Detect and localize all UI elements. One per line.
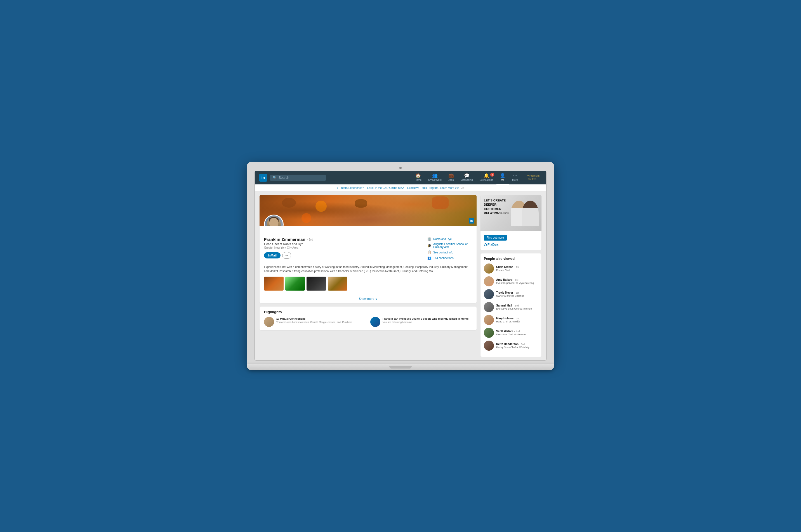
person-title-3: Executive Sous Chef at Telendo xyxy=(496,307,538,310)
nav-messaging-label: Messaging xyxy=(461,178,473,181)
school-item: 🎓 Auguste Escoffier School of Culinary A… xyxy=(427,243,472,249)
nav-home-label: Home xyxy=(415,178,421,181)
ad-cta-button[interactable]: Find out more xyxy=(484,235,507,241)
person-name-0: Chris Owens · 1st xyxy=(496,265,538,268)
messaging-icon: 💬 xyxy=(464,173,470,178)
fixdex-logo: ⬡ FixDex xyxy=(484,243,538,247)
person-info-4: Mary Holmes · 2nd Head Chef at Antelith xyxy=(496,317,538,323)
person-item-3[interactable]: Samuel Hall · 2nd Executive Sous Chef at… xyxy=(484,302,538,312)
nav-more[interactable]: ⋯ More xyxy=(509,171,521,185)
person-item-6[interactable]: Keith Henderson · 3rd Pastry Sous Chef a… xyxy=(484,341,538,351)
photo-4[interactable] xyxy=(328,277,347,290)
profile-location: Greater New York City Area xyxy=(264,246,424,249)
photo-3[interactable] xyxy=(307,277,326,290)
search-bar[interactable]: 🔍 xyxy=(270,175,326,181)
connection-degree: · 3rd xyxy=(307,238,313,241)
person-item-4[interactable]: Mary Holmes · 2nd Head Chef at Antelith xyxy=(484,315,538,325)
ad-person-2 xyxy=(522,201,539,226)
photo-2[interactable] xyxy=(285,277,305,290)
profile-card: in Franklin Zimmerman · 3rd Head Chef at… xyxy=(259,195,477,303)
also-viewed-title: People also viewed xyxy=(484,257,538,261)
person-item-2[interactable]: Travis Meyer · 1st Owner at Meyer Cateri… xyxy=(484,289,538,299)
photo-1[interactable] xyxy=(264,277,284,290)
person-title-4: Head Chef at Antelith xyxy=(496,320,538,323)
highlight-text-2: Franklin can introduce you to 5 people w… xyxy=(383,317,469,324)
fixdex-name: FixDex xyxy=(488,243,498,247)
nav-notifications[interactable]: 🔔 2 Notifications xyxy=(476,171,496,185)
laptop-base xyxy=(247,364,554,370)
person-item-1[interactable]: Amy Ballard · 1st Event Supervisor at Vi… xyxy=(484,276,538,286)
home-icon: 🏠 xyxy=(415,173,421,178)
food-decor-2 xyxy=(315,201,327,212)
more-icon: ⋯ xyxy=(513,173,517,178)
food-decor-4 xyxy=(302,213,311,223)
connections-item[interactable]: 👥 143 connections xyxy=(427,256,472,260)
notifications-icon: 🔔 xyxy=(484,173,489,178)
premium-sub: for free xyxy=(528,178,536,181)
ad-people xyxy=(480,195,542,231)
nav-more-label: More xyxy=(512,178,518,181)
highlight-sub-1: You and Jess both know Julie Carroll, Ma… xyxy=(276,321,352,324)
right-sidebar: LET'S CREATE DEEPER CUSTOMER RELATIONSHI… xyxy=(480,195,542,357)
avatar-body xyxy=(267,216,281,226)
person-title-5: Executive Chef at Mintome xyxy=(496,333,538,336)
premium-label: Try Premium xyxy=(525,174,540,178)
person-avatar-6 xyxy=(484,341,494,351)
try-premium-button[interactable]: Try Premium for free xyxy=(523,174,542,181)
linkedin-logo[interactable]: in xyxy=(259,174,267,182)
profile-info: Franklin Zimmerman · 3rd Head Chef at Ro… xyxy=(259,226,477,265)
school-name[interactable]: Auguste Escoffier School of Culinary Art… xyxy=(433,243,472,249)
nav-home[interactable]: 🏠 Home xyxy=(412,171,425,185)
person-title-2: Owner at Meyer Catering xyxy=(496,294,538,297)
contact-link[interactable]: See contact info xyxy=(433,251,453,254)
highlight-mutual: 17 Mutual Connections You and Jess both … xyxy=(264,317,366,327)
highlight-avatar-1 xyxy=(264,317,274,327)
connections-icon: 👥 xyxy=(427,256,432,260)
highlights-card: Highlights 17 Mutual Connections You and… xyxy=(259,306,477,330)
company-icon: 🏢 xyxy=(427,237,432,241)
main-content: in Franklin Zimmerman · 3rd Head Chef at… xyxy=(255,191,546,360)
search-input[interactable] xyxy=(278,176,323,180)
profile-left: Franklin Zimmerman · 3rd Head Chef at Ro… xyxy=(264,237,424,262)
connections-count[interactable]: 143 connections xyxy=(433,256,454,260)
camera xyxy=(399,167,402,169)
profile-title: Head Chef at Roots and Rye xyxy=(264,242,424,246)
ad-card: LET'S CREATE DEEPER CUSTOMER RELATIONSHI… xyxy=(480,195,542,250)
inmail-button[interactable]: InMail xyxy=(264,252,280,259)
nav-messaging[interactable]: 💬 Messaging xyxy=(457,171,476,185)
person-name-4: Mary Holmes · 2nd xyxy=(496,317,538,320)
me-icon: 👤 xyxy=(500,173,505,178)
person-item-5[interactable]: Scott Walker · 2nd Executive Chef at Min… xyxy=(484,328,538,338)
ad-label: Ad xyxy=(461,187,464,189)
nav-notifications-label: Notifications xyxy=(479,178,493,181)
nav-items: 🏠 Home 👥 My Network 💼 Jobs 💬 Messaging xyxy=(412,171,521,185)
jobs-icon: 💼 xyxy=(448,173,454,178)
notification-badge: 2 xyxy=(490,173,494,176)
profile-summary: Experienced Chef with a demonstrated his… xyxy=(259,265,477,277)
highlights-items: 17 Mutual Connections You and Jess both … xyxy=(264,317,472,327)
highlight-text-1: 17 Mutual Connections You and Jess both … xyxy=(276,317,352,324)
person-info-3: Samuel Hall · 2nd Executive Sous Chef at… xyxy=(496,304,538,310)
search-icon: 🔍 xyxy=(273,176,277,180)
highlights-title: Highlights xyxy=(264,310,472,314)
profile-photos xyxy=(259,277,477,294)
show-more-button[interactable]: Show more ∨ xyxy=(259,294,477,303)
company-name[interactable]: Roots and Rye xyxy=(433,238,452,241)
profile-cover: in xyxy=(259,195,477,226)
food-decor-5 xyxy=(354,199,367,208)
nav-jobs[interactable]: 💼 Jobs xyxy=(445,171,457,185)
person-title-6: Pastry Sous Chef at Whistlety xyxy=(496,346,538,349)
nav-me[interactable]: 👤 Me xyxy=(496,171,509,185)
network-icon: 👥 xyxy=(432,173,438,178)
person-name-3: Samuel Hall · 2nd xyxy=(496,304,538,307)
nav-network-label: My Network xyxy=(428,178,442,181)
contact-item[interactable]: 📋 See contact info xyxy=(427,250,472,254)
more-button[interactable]: ··· xyxy=(282,252,291,259)
person-avatar-3 xyxy=(484,302,494,312)
nav-network[interactable]: 👥 My Network xyxy=(425,171,445,185)
person-item-0[interactable]: Chris Owens · 1st Private Chef xyxy=(484,264,538,273)
person-name-1: Amy Ballard · 1st xyxy=(496,278,538,281)
person-avatar-1 xyxy=(484,276,494,286)
person-info-0: Chris Owens · 1st Private Chef xyxy=(496,265,538,271)
ad-banner-link[interactable]: 7+ Years Experience? – Enroll in the CSU… xyxy=(337,186,459,189)
